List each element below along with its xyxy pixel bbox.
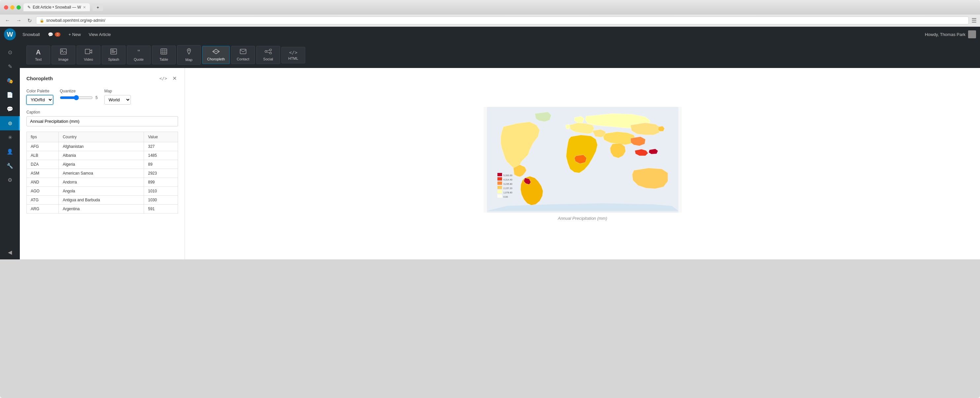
tab-title: Edit Article • Snowball — W — [33, 5, 81, 10]
choropleth-block-button[interactable]: Choropleth — [202, 46, 230, 64]
world-map-svg: 5,393.00 4,314.40 3,235.80 2,157.20 1,07… — [484, 107, 682, 212]
howdy-text: Howdy, Thomas Park — [925, 32, 966, 37]
contact-icon — [240, 49, 247, 56]
sidebar: ⊙ ✎ 🎭 📄 💬 ⊚ ✳ 👤 🔧 — [0, 42, 20, 259]
comments-icon: 💬 — [48, 32, 53, 37]
sidebar-item-tools[interactable]: 🔧 — [0, 159, 20, 173]
image-icon — [60, 49, 67, 56]
splash-block-button[interactable]: Splash — [102, 46, 126, 64]
map-block-button[interactable]: Map — [177, 45, 201, 65]
column-value: Value — [144, 132, 178, 142]
svg-point-17 — [269, 49, 272, 51]
admin-bar-site-name[interactable]: Snowball — [19, 27, 44, 42]
content-area: A Text Image — [20, 42, 980, 259]
dashboard-icon: ⊙ — [8, 49, 12, 55]
svg-rect-25 — [498, 186, 502, 189]
svg-rect-0 — [60, 49, 67, 54]
svg-rect-26 — [498, 190, 502, 193]
quote-block-button[interactable]: " Quote — [127, 46, 151, 64]
new-tab-button[interactable]: + — [92, 4, 103, 11]
sidebar-item-posts[interactable]: ✎ — [0, 59, 20, 74]
admin-bar-new[interactable]: + New — [64, 27, 84, 42]
sidebar-item-settings[interactable]: ⚙ — [0, 173, 20, 187]
sidebar-item-media[interactable]: 🎭 — [0, 74, 20, 88]
splash-label: Splash — [108, 57, 119, 61]
minimize-window-button[interactable] — [10, 5, 14, 10]
browser-menu-button[interactable]: ☰ — [971, 17, 977, 24]
map-select[interactable]: World USA Europe — [104, 95, 131, 105]
video-icon — [85, 49, 92, 56]
cell-fips: ASM — [27, 169, 59, 178]
appearance-icon: ⊚ — [8, 120, 12, 127]
sidebar-item-pages[interactable]: 📄 — [0, 88, 20, 102]
text-block-button[interactable]: A Text — [26, 46, 50, 64]
tab-close-button[interactable]: ✕ — [83, 5, 86, 10]
cell-value: 89 — [144, 160, 178, 169]
back-button[interactable]: ← — [3, 17, 12, 24]
browser-tab[interactable]: ✎ Edit Article • Snowball — W ✕ — [24, 3, 90, 11]
html-label: HTML — [288, 56, 298, 60]
cell-country: Andorra — [59, 178, 144, 187]
table-row: AGOAngola1010 — [27, 187, 178, 196]
cell-fips: AGO — [27, 187, 59, 196]
video-block-button[interactable]: Video — [76, 46, 100, 64]
maximize-window-button[interactable] — [16, 5, 21, 10]
sidebar-item-dashboard[interactable]: ⊙ — [0, 45, 20, 59]
panel-code-button[interactable]: </> — [158, 75, 169, 82]
image-block-button[interactable]: Image — [51, 46, 75, 64]
table-row: ANDAndorra899 — [27, 178, 178, 187]
panel-close-button[interactable]: ✕ — [171, 75, 178, 82]
cell-value: 2923 — [144, 169, 178, 178]
map-caption: Annual Precipitation (mm) — [484, 216, 682, 221]
admin-bar-view-article[interactable]: View Article — [85, 27, 115, 42]
tools-icon: 🔧 — [6, 163, 13, 169]
panel-header: Choropleth </> ✕ — [26, 75, 178, 82]
svg-rect-24 — [498, 181, 502, 185]
table-icon — [161, 49, 167, 56]
svg-rect-6 — [111, 52, 115, 53]
cell-fips: ATG — [27, 196, 59, 205]
sidebar-item-comments[interactable]: 💬 — [0, 102, 20, 116]
cell-fips: AFG — [27, 142, 59, 151]
splash-icon — [110, 49, 117, 56]
sidebar-item-plugins[interactable]: ✳ — [0, 130, 20, 144]
cell-value: 899 — [144, 178, 178, 187]
svg-line-19 — [267, 50, 269, 51]
choropleth-panel: Choropleth </> ✕ Color Palette YlOrRd — [20, 68, 185, 259]
svg-rect-15 — [240, 49, 246, 54]
cell-fips: ALB — [27, 151, 59, 160]
caption-input[interactable] — [26, 116, 178, 127]
svg-text:0.00: 0.00 — [503, 196, 508, 198]
admin-bar-comments[interactable]: 💬 0 — [44, 27, 65, 42]
sidebar-item-users[interactable]: 👤 — [0, 144, 20, 159]
quantize-value: 5 — [95, 95, 98, 100]
browser-nav: ← → ↻ 🔒 snowball.openhtml.org/wp-admin/ … — [0, 14, 980, 27]
user-avatar — [968, 30, 976, 38]
contact-block-button[interactable]: Contact — [231, 46, 255, 64]
preview-area: 5,393.00 4,314.40 3,235.80 2,157.20 1,07… — [185, 68, 980, 259]
social-icon — [264, 49, 272, 56]
address-bar[interactable]: 🔒 snowball.openhtml.org/wp-admin/ — [36, 16, 969, 24]
social-block-button[interactable]: Social — [256, 46, 280, 64]
sidebar-item-appearance[interactable]: ⊚ — [0, 116, 20, 130]
close-window-button[interactable] — [4, 5, 8, 10]
video-label: Video — [84, 57, 93, 61]
wp-logo[interactable]: W — [4, 29, 16, 40]
refresh-button[interactable]: ↻ — [26, 17, 33, 24]
cell-fips: ARG — [27, 205, 59, 214]
wp-main: ⊙ ✎ 🎭 📄 💬 ⊚ ✳ 👤 🔧 — [0, 42, 980, 259]
sidebar-item-collapse[interactable]: ◀ — [0, 245, 20, 259]
quantize-slider[interactable] — [60, 95, 93, 100]
svg-rect-4 — [111, 50, 114, 51]
forward-button[interactable]: → — [14, 17, 23, 24]
table-row: ARGArgentina591 — [27, 205, 178, 214]
comments-count: 0 — [55, 32, 61, 36]
html-block-button[interactable]: </> HTML — [282, 47, 305, 63]
map-label: Map — [185, 58, 192, 62]
table-block-button[interactable]: Table — [152, 46, 176, 64]
table-row: ATGAntigua and Barbuda1030 — [27, 196, 178, 205]
color-palette-select[interactable]: YlOrRd Blues Greens — [26, 95, 53, 105]
cell-value: 1030 — [144, 196, 178, 205]
url-text: snowball.openhtml.org/wp-admin/ — [46, 18, 105, 23]
cell-value: 1010 — [144, 187, 178, 196]
